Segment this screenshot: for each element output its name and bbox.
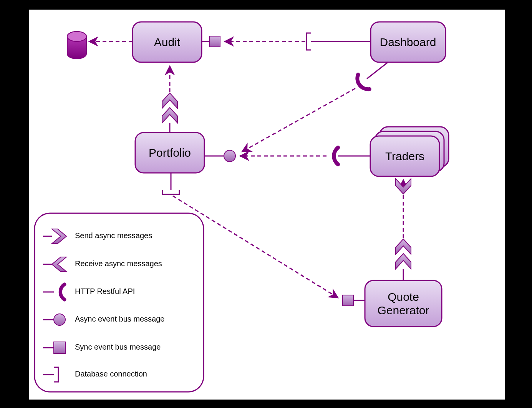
dashboard-label: Dashboard [380,36,436,48]
page-background [29,10,505,400]
svg-text:HTTP Restful API: HTTP Restful API [75,287,135,295]
database-node [67,32,86,59]
svg-text:Send async messages: Send async messages [75,231,152,240]
quote-generator-node: Quote Generator [365,280,442,327]
svg-text:Receive async messages: Receive async messages [75,259,162,268]
quote-generator-label-1: Quote [388,290,419,303]
svg-rect-19 [54,342,65,353]
traders-node: Traders [370,127,449,176]
portfolio-label: Portfolio [149,146,191,159]
svg-text:Database connection: Database connection [75,370,147,378]
dashboard-node: Dashboard [371,22,446,62]
svg-text:Async event bus message: Async event bus message [75,315,164,323]
portfolio-node: Portfolio [135,133,204,173]
audit-node: Audit [133,22,202,62]
traders-label: Traders [385,150,424,163]
svg-point-16 [54,314,65,325]
sync-port-qg [343,295,353,306]
sync-port-audit [209,36,220,47]
svg-point-0 [67,32,86,41]
audit-label: Audit [154,36,181,48]
async-port-portfolio [224,150,235,162]
svg-text:Sync event bus message: Sync event bus message [75,343,161,351]
quote-generator-label-2: Generator [377,304,429,317]
